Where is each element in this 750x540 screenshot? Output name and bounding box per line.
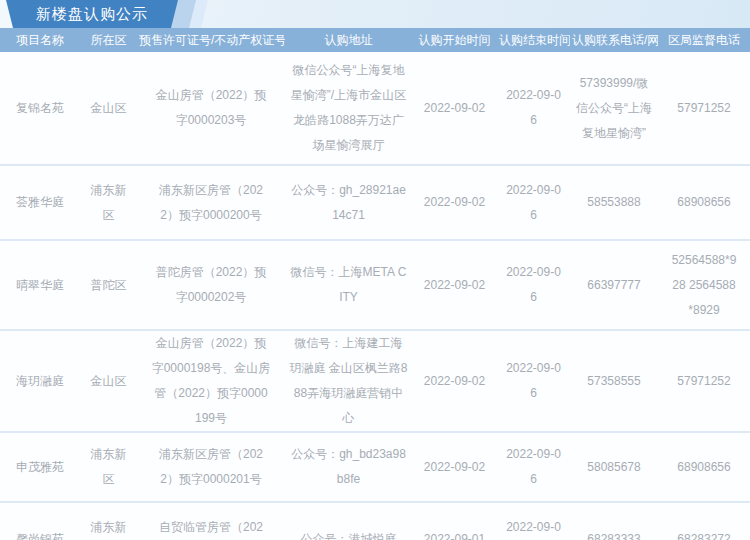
cell-project-name: 复锦名苑 [0,52,80,165]
page-title: 新楼盘认购公示 [6,0,178,28]
cell-permit-number: 浦东新区房管（2022）预字0000201号 [137,432,285,502]
cell-permit-number: 自贸临管房管（2022）预字0000197号 [137,502,285,540]
cell-subscription-address: 微信号：上海META CITY [285,240,412,330]
cell-contact-phone: 57393999/微信公众号“上海复地星愉湾” [570,52,658,165]
cell-district: 普陀区 [80,240,137,330]
cell-start-time: 2022-09-01 [412,502,497,540]
cell-subscription-address: 微信号：上海建工海玥瀜庭 金山区枫兰路888弄海玥瀜庭营销中心 [285,330,412,432]
cell-contact-phone: 58553888 [570,165,658,240]
cell-district: 浦东新区 [80,502,137,540]
cell-contact-phone: 57358555 [570,330,658,432]
table-row: 复锦名苑 金山区 金山房管（2022）预字0000203号 微信公众号“上海复地… [0,52,750,165]
cell-end-time: 2022-09-05 [497,502,570,540]
header-permit-number: 预售许可证号/不动产权证号 [137,28,285,52]
table-row: 馨尚锦苑 浦东新区 自贸临管房管（2022）预字0000197号 公众号：港城悦… [0,502,750,540]
cell-supervision-phone: 68908656 [658,432,750,502]
table-header-row: 项目名称 所在区 预售许可证号/不动产权证号 认购地址 认购开始时间 认购结束时… [0,28,750,52]
header-subscription-address: 认购地址 [285,28,412,52]
table-row: 海玥瀜庭 金山区 金山房管（2022）预字0000198号、金山房管（2022）… [0,330,750,432]
table-row: 晴翠华庭 普陀区 普陀房管（2022）预字0000202号 微信号：上海META… [0,240,750,330]
cell-supervision-phone: 57971252 [658,330,750,432]
cell-supervision-phone: 57971252 [658,52,750,165]
table-row: 申茂雅苑 浦东新区 浦东新区房管（2022）预字0000201号 公众号：gh_… [0,432,750,502]
cell-subscription-address: 公众号：港城悦庭 [285,502,412,540]
cell-end-time: 2022-09-06 [497,330,570,432]
cell-permit-number: 浦东新区房管（2022）预字0000200号 [137,165,285,240]
cell-contact-phone: 58085678 [570,432,658,502]
cell-project-name: 荟雅华庭 [0,165,80,240]
header-district: 所在区 [80,28,137,52]
cell-district: 浦东新区 [80,432,137,502]
header-project-name: 项目名称 [0,28,80,52]
cell-start-time: 2022-09-02 [412,432,497,502]
cell-supervision-phone: 52564588*928 2564588*8929 [658,240,750,330]
cell-contact-phone: 68283333 [570,502,658,540]
header-supervision-phone: 区局监督电话 [658,28,750,52]
cell-district: 金山区 [80,52,137,165]
announcement-table: 项目名称 所在区 预售许可证号/不动产权证号 认购地址 认购开始时间 认购结束时… [0,28,750,540]
cell-permit-number: 金山房管（2022）预字0000198号、金山房管（2022）预字0000199… [137,330,285,432]
cell-district: 浦东新区 [80,165,137,240]
header-end-time: 认购结束时间 [497,28,570,52]
cell-project-name: 馨尚锦苑 [0,502,80,540]
page-banner: 新楼盘认购公示 [0,0,750,28]
cell-supervision-phone: 68908656 [658,165,750,240]
cell-start-time: 2022-09-02 [412,165,497,240]
cell-project-name: 申茂雅苑 [0,432,80,502]
cell-subscription-address: 公众号：gh_bd23a98b8fe [285,432,412,502]
cell-start-time: 2022-09-02 [412,52,497,165]
cell-district: 金山区 [80,330,137,432]
cell-permit-number: 普陀房管（2022）预字0000202号 [137,240,285,330]
cell-end-time: 2022-09-06 [497,432,570,502]
cell-start-time: 2022-09-02 [412,240,497,330]
cell-supervision-phone: 68283272 [658,502,750,540]
cell-subscription-address: 公众号：gh_28921ae14c71 [285,165,412,240]
cell-end-time: 2022-09-06 [497,165,570,240]
cell-project-name: 海玥瀜庭 [0,330,80,432]
cell-start-time: 2022-09-02 [412,330,497,432]
header-start-time: 认购开始时间 [412,28,497,52]
cell-subscription-address: 微信公众号“上海复地星愉湾”/上海市金山区龙皓路1088弄万达广场星愉湾展厅 [285,52,412,165]
cell-end-time: 2022-09-06 [497,240,570,330]
cell-permit-number: 金山房管（2022）预字0000203号 [137,52,285,165]
table-row: 荟雅华庭 浦东新区 浦东新区房管（2022）预字0000200号 公众号：gh_… [0,165,750,240]
header-contact-phone: 认购联系电话/网址 [570,28,658,52]
cell-contact-phone: 66397777 [570,240,658,330]
cell-project-name: 晴翠华庭 [0,240,80,330]
cell-end-time: 2022-09-06 [497,52,570,165]
